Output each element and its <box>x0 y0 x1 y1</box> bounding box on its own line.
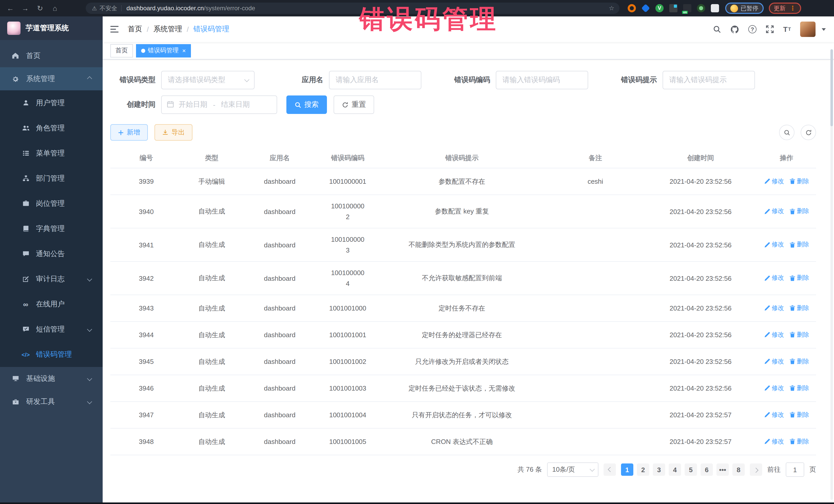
reset-button[interactable]: 重置 <box>334 95 374 114</box>
delete-link[interactable]: 删除 <box>789 357 809 366</box>
breadcrumb-home[interactable]: 首页 <box>128 25 142 34</box>
sidebar-item-角色管理[interactable]: 角色管理 <box>0 115 103 140</box>
extension-green-icon[interactable]: V <box>655 4 664 12</box>
sidebar-item-岗位管理[interactable]: 岗位管理 <box>0 191 103 216</box>
column-header[interactable]: 操作 <box>757 153 816 162</box>
sidebar-logo[interactable]: 芋道管理系统 <box>0 17 103 40</box>
user-avatar[interactable] <box>800 22 815 37</box>
bookmark-star-icon[interactable]: ☆ <box>609 5 614 12</box>
extension-key-icon[interactable] <box>697 4 705 12</box>
browser-forward-icon[interactable]: → <box>21 4 29 12</box>
edit-link[interactable]: 修改 <box>764 274 784 283</box>
sidebar-item-研发工具[interactable]: 研发工具 <box>0 390 103 413</box>
extension-on-badge-icon[interactable] <box>683 4 691 12</box>
column-header[interactable]: 应用名 <box>241 153 318 162</box>
browser-home-icon[interactable]: ⌂ <box>51 4 59 12</box>
create-time-range-picker[interactable]: 开始日期 - 结束日期 <box>161 95 277 114</box>
edit-link[interactable]: 修改 <box>764 437 784 446</box>
breadcrumb-system[interactable]: 系统管理 <box>153 25 182 34</box>
page-button-2[interactable]: 2 <box>637 463 649 476</box>
delete-link[interactable]: 删除 <box>789 437 809 446</box>
delete-link[interactable]: 删除 <box>789 274 809 283</box>
sidebar-item-错误码管理[interactable]: </>错误码管理 <box>0 342 103 367</box>
sidebar-item-基础设施[interactable]: 基础设施 <box>0 367 103 390</box>
filter-input[interactable]: 请输入错误码编码 <box>496 71 588 89</box>
profile-paused-badge[interactable]: 已暂停 <box>725 3 764 14</box>
sidebar-item-在线用户[interactable]: ∞在线用户 <box>0 291 103 317</box>
edit-link[interactable]: 修改 <box>764 240 784 249</box>
search-button[interactable]: 搜索 <box>286 95 327 114</box>
extension-orange-icon[interactable] <box>628 4 636 12</box>
tab-home[interactable]: 首页 <box>110 44 133 57</box>
delete-link[interactable]: 删除 <box>789 207 809 216</box>
page-unit-label: 页 <box>809 465 816 474</box>
filter-select[interactable]: 请选择错误码类型 <box>161 71 255 89</box>
prev-page-button[interactable] <box>603 463 616 476</box>
sidebar-item-通知公告[interactable]: 通知公告 <box>0 241 103 266</box>
add-button[interactable]: 新增 <box>110 124 148 140</box>
avatar-dropdown-caret-icon[interactable] <box>822 28 826 30</box>
tab-close-icon[interactable]: × <box>182 47 186 53</box>
column-header[interactable]: 编号 <box>110 153 182 162</box>
export-button[interactable]: 导出 <box>154 124 193 140</box>
extensions-puzzle-icon[interactable] <box>711 4 719 12</box>
help-icon[interactable]: ? <box>748 25 756 34</box>
browser-reload-icon[interactable]: ↻ <box>36 4 44 12</box>
delete-link[interactable]: 删除 <box>789 177 809 186</box>
delete-link[interactable]: 删除 <box>789 330 809 339</box>
page-button-8[interactable]: 8 <box>732 463 745 476</box>
address-bar[interactable]: ⚠ 不安全 dashboard.yudao.iocoder.cn /system… <box>86 3 619 14</box>
cell-id: 3941 <box>110 241 182 249</box>
sidebar-item-短信管理[interactable]: 短信管理 <box>0 317 103 342</box>
extension-grid-icon[interactable] <box>669 4 678 12</box>
edit-link[interactable]: 修改 <box>764 357 784 366</box>
page-button-5[interactable]: 5 <box>685 463 697 476</box>
column-header[interactable]: 类型 <box>182 153 241 162</box>
edit-link[interactable]: 修改 <box>764 207 784 216</box>
tab-error-code[interactable]: 错误码管理 × <box>136 44 191 57</box>
sidebar-item-首页[interactable]: 首页 <box>0 44 103 67</box>
toggle-search-button[interactable] <box>779 125 794 140</box>
sidebar-item-菜单管理[interactable]: 菜单管理 <box>0 140 103 166</box>
page-button-3[interactable]: 3 <box>653 463 665 476</box>
edit-link[interactable]: 修改 <box>764 384 784 393</box>
extension-gem-icon[interactable] <box>641 4 650 13</box>
sidebar-item-审计日志[interactable]: 审计日志 <box>0 266 103 291</box>
page-ellipsis[interactable]: ••• <box>717 463 729 476</box>
fullscreen-icon[interactable] <box>766 25 774 34</box>
delete-link[interactable]: 删除 <box>789 304 809 312</box>
edit-link[interactable]: 修改 <box>764 411 784 419</box>
header-search-icon[interactable] <box>713 25 721 34</box>
scrollbar-thumb[interactable] <box>830 49 833 126</box>
hamburger-icon[interactable] <box>110 26 118 33</box>
edit-link[interactable]: 修改 <box>764 304 784 312</box>
filter-input[interactable]: 请输入错误码提示 <box>663 71 755 89</box>
refresh-table-button[interactable] <box>800 125 816 140</box>
sidebar-item-字典管理[interactable]: 字典管理 <box>0 216 103 241</box>
browser-menu-kebab-icon[interactable]: ⋮ <box>790 5 796 12</box>
delete-link[interactable]: 删除 <box>789 240 809 249</box>
column-header[interactable]: 错误码编码 <box>318 152 377 163</box>
page-button-6[interactable]: 6 <box>701 463 713 476</box>
page-size-select[interactable]: 10条/页 <box>547 462 598 477</box>
sidebar-item-部门管理[interactable]: 部门管理 <box>0 166 103 191</box>
browser-back-icon[interactable]: ← <box>6 4 14 12</box>
sidebar-item-用户管理[interactable]: 用户管理 <box>0 90 103 115</box>
edit-link[interactable]: 修改 <box>764 330 784 339</box>
next-page-button[interactable] <box>750 463 762 476</box>
column-header[interactable]: 创建时间 <box>644 153 757 162</box>
page-scrollbar[interactable] <box>830 49 833 500</box>
goto-page-input[interactable]: 1 <box>786 462 804 477</box>
column-header[interactable]: 错误码提示 <box>377 153 547 162</box>
sidebar-item-系统管理[interactable]: 系统管理 <box>0 67 103 90</box>
edit-link[interactable]: 修改 <box>764 177 784 186</box>
page-button-1[interactable]: 1 <box>621 463 633 476</box>
filter-input[interactable]: 请输入应用名 <box>329 71 421 89</box>
delete-link[interactable]: 删除 <box>789 411 809 419</box>
page-button-4[interactable]: 4 <box>669 463 681 476</box>
github-icon[interactable] <box>730 25 739 34</box>
browser-update-badge[interactable]: 更新 ⋮ <box>769 3 801 14</box>
column-header[interactable]: 备注 <box>547 153 644 162</box>
font-size-icon[interactable]: TT <box>783 25 791 34</box>
delete-link[interactable]: 删除 <box>789 384 809 393</box>
